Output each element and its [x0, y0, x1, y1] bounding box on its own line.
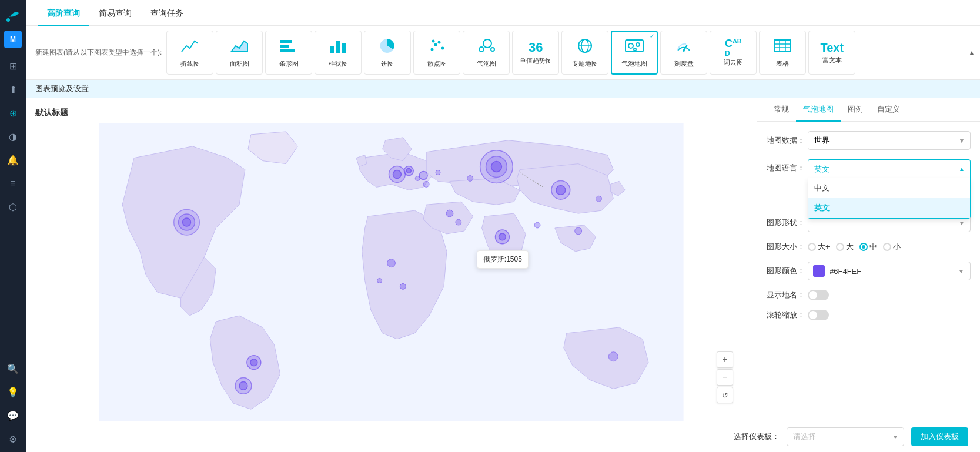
- chart-type-scatter-label: 散点图: [427, 59, 447, 68]
- chart-type-bar-h[interactable]: 条形图: [265, 31, 312, 75]
- top-navigation: 高阶查询 简易查询 查询任务: [26, 0, 980, 26]
- size-option-xxl[interactable]: 大+: [808, 242, 830, 252]
- bottom-bar: 选择仪表板： 请选择 ▼ 加入仪表板: [26, 421, 980, 452]
- sidebar-icon-data[interactable]: ≡: [2, 173, 24, 194]
- add-to-dashboard-button[interactable]: 加入仪表板: [911, 427, 968, 446]
- size-xl-label: 大: [846, 242, 854, 252]
- chart-type-richtext[interactable]: Text 富文本: [808, 31, 855, 75]
- sidebar-icon-comment[interactable]: 💬: [2, 405, 24, 426]
- topnav-item-advanced[interactable]: 高阶查询: [38, 0, 89, 26]
- svg-point-48: [239, 381, 247, 390]
- map-data-row: 地图数据： 世界 ▼: [767, 131, 971, 150]
- size-option-xl[interactable]: 大: [836, 242, 854, 252]
- lang-option-chinese[interactable]: 中文: [808, 178, 970, 198]
- chart-type-area[interactable]: 面积图: [216, 31, 263, 75]
- color-picker[interactable]: #6F4FEF ▼: [808, 262, 971, 280]
- chart-type-gauge[interactable]: 刻度盘: [660, 31, 707, 75]
- line-chart-icon: [180, 38, 199, 58]
- size-radio-xxl[interactable]: [808, 243, 816, 251]
- zoom-out-button[interactable]: −: [717, 369, 733, 386]
- sidebar-icon-bell[interactable]: 🔔: [2, 149, 24, 170]
- sidebar-icon-settings[interactable]: ⚙: [2, 428, 24, 450]
- chart-type-scatter[interactable]: 散点图: [413, 31, 460, 75]
- svg-rect-24: [774, 40, 791, 52]
- chart-type-area-label: 面积图: [230, 59, 249, 68]
- color-hex-value: #6F4FEF: [830, 267, 952, 276]
- collapse-button[interactable]: ▲: [968, 49, 975, 57]
- size-control: 大+ 大 中 小: [808, 242, 971, 252]
- color-arrow: ▼: [958, 268, 964, 274]
- map-data-label: 地图数据：: [767, 135, 808, 146]
- size-radio-md[interactable]: [859, 243, 868, 251]
- sidebar-icon-chart[interactable]: ◑: [2, 126, 24, 147]
- reset-view-button[interactable]: ↺: [717, 387, 733, 403]
- size-sm-label: 小: [893, 242, 901, 252]
- map-container: 默认标题: [26, 98, 757, 421]
- map-data-arrow: ▼: [959, 138, 965, 144]
- map-lang-control: ▲ 中文 英文: [808, 159, 971, 178]
- dashboard-select[interactable]: 请选择: [787, 427, 904, 446]
- scroll-zoom-toggle[interactable]: [808, 310, 829, 320]
- svg-rect-5: [336, 41, 340, 53]
- user-avatar[interactable]: M: [4, 31, 22, 48]
- size-row: 图形大小： 大+ 大: [767, 242, 971, 252]
- svg-point-57: [423, 181, 429, 187]
- svg-point-46: [250, 359, 257, 366]
- sidebar-icon-search[interactable]: ⊕: [2, 102, 24, 123]
- map-lang-input[interactable]: [808, 159, 971, 178]
- sidebar-icon-upload[interactable]: ⬆: [2, 79, 24, 100]
- tab-general[interactable]: 常规: [767, 98, 796, 122]
- svg-point-56: [534, 222, 540, 228]
- chart-type-line[interactable]: 折线图: [166, 31, 213, 75]
- size-option-sm[interactable]: 小: [883, 242, 901, 252]
- svg-point-58: [415, 176, 420, 180]
- chart-type-bar-v-label: 柱状图: [329, 59, 348, 68]
- show-name-toggle[interactable]: [808, 290, 829, 300]
- chart-type-geo[interactable]: 专题地图: [561, 31, 608, 75]
- svg-point-51: [377, 278, 382, 283]
- color-control: #6F4FEF ▼: [808, 262, 971, 280]
- size-radio-group: 大+ 大 中 小: [808, 242, 971, 252]
- chart-type-bar-v[interactable]: 柱状图: [315, 31, 362, 75]
- chart-settings-row: 默认标题: [26, 98, 980, 421]
- chart-type-trend[interactable]: 36 单值趋势图: [512, 31, 559, 75]
- svg-rect-4: [330, 46, 334, 53]
- sidebar-icon-bulb[interactable]: 💡: [2, 381, 24, 403]
- svg-point-41: [499, 233, 506, 240]
- chart-type-table[interactable]: 表格: [759, 31, 806, 75]
- tab-legend[interactable]: 图例: [841, 98, 870, 122]
- chart-type-wordcloud[interactable]: CABD 词云图: [710, 31, 757, 75]
- sidebar-icon-query[interactable]: ⊞: [2, 55, 24, 76]
- svg-point-53: [456, 219, 461, 225]
- color-row: 图形颜色： #6F4FEF ▼: [767, 262, 971, 280]
- chart-type-line-label: 折线图: [180, 59, 200, 68]
- size-radio-xl[interactable]: [836, 243, 844, 251]
- shape-arrow: ▼: [959, 220, 965, 226]
- tab-custom[interactable]: 自定义: [870, 98, 907, 122]
- area-chart-icon: [230, 38, 249, 58]
- svg-point-36: [406, 169, 411, 173]
- chart-type-bubble-map[interactable]: 气泡地图: [611, 31, 658, 75]
- size-radio-sm[interactable]: [883, 243, 891, 251]
- chart-selector-bar: 新建图表(请从以下图表类型中选择一个): 折线图 面积图: [26, 26, 980, 80]
- svg-point-8: [434, 43, 437, 46]
- tab-bubble-map[interactable]: 气泡地图: [796, 98, 841, 122]
- svg-point-39: [556, 185, 566, 195]
- world-map[interactable]: 俄罗斯:1505 + − ↺: [35, 123, 747, 421]
- zoom-in-button[interactable]: +: [717, 351, 733, 368]
- topnav-item-task[interactable]: 查询任务: [141, 0, 193, 26]
- sidebar-icon-find[interactable]: 🔍: [2, 358, 24, 379]
- logo: [2, 5, 24, 26]
- svg-point-20: [636, 43, 640, 46]
- section-header: 图表预览及设置: [26, 80, 980, 98]
- topnav-item-simple[interactable]: 简易查询: [89, 0, 141, 26]
- chart-type-geo-label: 专题地图: [572, 59, 598, 68]
- map-data-select[interactable]: 世界: [808, 131, 971, 150]
- chart-type-bubble-label: 气泡图: [477, 59, 496, 68]
- sidebar-icon-box[interactable]: ⬡: [2, 196, 24, 217]
- chart-type-bubble[interactable]: 气泡图: [463, 31, 510, 75]
- lang-option-english[interactable]: 英文: [808, 198, 970, 218]
- svg-point-11: [432, 39, 435, 42]
- chart-type-pie[interactable]: 饼图: [364, 31, 411, 75]
- size-option-md[interactable]: 中: [859, 242, 877, 252]
